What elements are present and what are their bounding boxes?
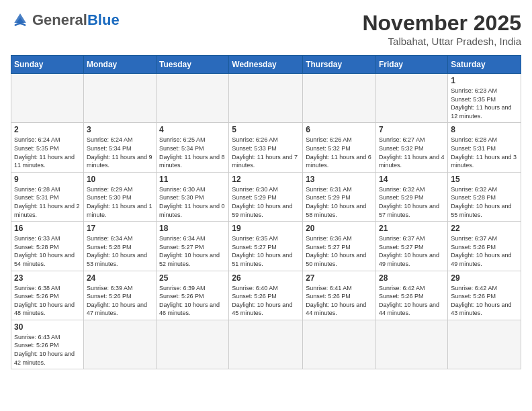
calendar-cell: 4Sunrise: 6:25 AM Sunset: 5:34 PM Daylig… — [157, 123, 229, 172]
calendar-cell — [83, 74, 156, 123]
calendar-cell: 27Sunrise: 6:41 AM Sunset: 5:26 PM Dayli… — [303, 271, 376, 320]
calendar-cell: 11Sunrise: 6:30 AM Sunset: 5:30 PM Dayli… — [157, 172, 229, 221]
weekday-header: Friday — [376, 56, 448, 74]
day-info: Sunrise: 6:28 AM Sunset: 5:31 PM Dayligh… — [14, 185, 81, 219]
calendar-cell — [229, 320, 303, 369]
calendar-cell: 1Sunrise: 6:23 AM Sunset: 5:35 PM Daylig… — [448, 74, 521, 123]
weekday-header-row: SundayMondayTuesdayWednesdayThursdayFrid… — [11, 56, 521, 74]
calendar-cell: 21Sunrise: 6:37 AM Sunset: 5:27 PM Dayli… — [376, 222, 448, 271]
calendar-cell: 2Sunrise: 6:24 AM Sunset: 5:35 PM Daylig… — [11, 123, 84, 172]
calendar-week-row: 16Sunrise: 6:33 AM Sunset: 5:28 PM Dayli… — [11, 222, 521, 271]
logo: GeneralBlue — [11, 11, 120, 30]
calendar-cell: 15Sunrise: 6:32 AM Sunset: 5:28 PM Dayli… — [448, 172, 521, 221]
day-info: Sunrise: 6:41 AM Sunset: 5:26 PM Dayligh… — [306, 284, 373, 318]
calendar-cell — [157, 320, 229, 369]
day-info: Sunrise: 6:24 AM Sunset: 5:35 PM Dayligh… — [14, 136, 81, 169]
day-info: Sunrise: 6:27 AM Sunset: 5:32 PM Dayligh… — [379, 136, 445, 169]
day-info: Sunrise: 6:25 AM Sunset: 5:34 PM Dayligh… — [159, 136, 226, 169]
day-info: Sunrise: 6:35 AM Sunset: 5:27 PM Dayligh… — [232, 234, 300, 268]
calendar-cell: 6Sunrise: 6:26 AM Sunset: 5:32 PM Daylig… — [303, 123, 376, 172]
calendar-cell: 7Sunrise: 6:27 AM Sunset: 5:32 PM Daylig… — [376, 123, 448, 172]
day-info: Sunrise: 6:23 AM Sunset: 5:35 PM Dayligh… — [451, 87, 518, 120]
calendar-cell: 14Sunrise: 6:32 AM Sunset: 5:29 PM Dayli… — [376, 172, 448, 221]
day-info: Sunrise: 6:42 AM Sunset: 5:26 PM Dayligh… — [451, 284, 518, 318]
calendar-cell: 18Sunrise: 6:34 AM Sunset: 5:27 PM Dayli… — [157, 222, 229, 271]
calendar-cell — [157, 74, 229, 123]
calendar-cell: 5Sunrise: 6:26 AM Sunset: 5:33 PM Daylig… — [229, 123, 303, 172]
day-number: 12 — [232, 175, 300, 184]
day-info: Sunrise: 6:26 AM Sunset: 5:33 PM Dayligh… — [232, 136, 300, 169]
logo-general: General — [32, 11, 87, 29]
title-area: November 2025 Talbahat, Uttar Pradesh, I… — [362, 11, 521, 47]
day-number: 1 — [451, 76, 518, 85]
day-info: Sunrise: 6:26 AM Sunset: 5:32 PM Dayligh… — [306, 136, 373, 169]
day-info: Sunrise: 6:32 AM Sunset: 5:28 PM Dayligh… — [451, 185, 518, 219]
calendar: SundayMondayTuesdayWednesdayThursdayFrid… — [11, 55, 521, 369]
calendar-cell — [303, 320, 376, 369]
day-number: 16 — [14, 224, 81, 233]
day-number: 30 — [14, 322, 81, 332]
logo-area: GeneralBlue — [11, 11, 120, 30]
day-info: Sunrise: 6:39 AM Sunset: 5:26 PM Dayligh… — [159, 284, 226, 318]
location: Talbahat, Uttar Pradesh, India — [362, 36, 521, 47]
day-info: Sunrise: 6:31 AM Sunset: 5:29 PM Dayligh… — [306, 185, 373, 219]
calendar-cell: 28Sunrise: 6:42 AM Sunset: 5:26 PM Dayli… — [376, 271, 448, 320]
logo-icon — [11, 11, 30, 30]
calendar-cell: 16Sunrise: 6:33 AM Sunset: 5:28 PM Dayli… — [11, 222, 84, 271]
day-info: Sunrise: 6:43 AM Sunset: 5:26 PM Dayligh… — [14, 333, 81, 367]
day-number: 18 — [159, 224, 226, 233]
calendar-week-row: 2Sunrise: 6:24 AM Sunset: 5:35 PM Daylig… — [11, 123, 521, 172]
day-number: 15 — [451, 175, 518, 184]
day-number: 17 — [87, 224, 153, 233]
calendar-cell: 19Sunrise: 6:35 AM Sunset: 5:27 PM Dayli… — [229, 222, 303, 271]
calendar-cell: 17Sunrise: 6:34 AM Sunset: 5:28 PM Dayli… — [83, 222, 156, 271]
day-number: 22 — [451, 224, 518, 233]
logo-blue: Blue — [87, 11, 120, 29]
day-number: 5 — [232, 125, 300, 134]
calendar-cell — [11, 74, 84, 123]
calendar-week-row: 9Sunrise: 6:28 AM Sunset: 5:31 PM Daylig… — [11, 172, 521, 221]
day-number: 10 — [87, 175, 153, 184]
day-info: Sunrise: 6:39 AM Sunset: 5:26 PM Dayligh… — [87, 284, 153, 318]
calendar-cell: 9Sunrise: 6:28 AM Sunset: 5:31 PM Daylig… — [11, 172, 84, 221]
calendar-week-row: 30Sunrise: 6:43 AM Sunset: 5:26 PM Dayli… — [11, 320, 521, 369]
day-number: 9 — [14, 175, 81, 184]
calendar-cell: 25Sunrise: 6:39 AM Sunset: 5:26 PM Dayli… — [157, 271, 229, 320]
header: GeneralBlue November 2025 Talbahat, Utta… — [11, 11, 521, 47]
month-title: November 2025 — [362, 11, 521, 36]
day-number: 14 — [379, 175, 445, 184]
day-info: Sunrise: 6:32 AM Sunset: 5:29 PM Dayligh… — [379, 185, 445, 219]
day-number: 13 — [306, 175, 373, 184]
calendar-cell: 8Sunrise: 6:28 AM Sunset: 5:31 PM Daylig… — [448, 123, 521, 172]
day-info: Sunrise: 6:36 AM Sunset: 5:27 PM Dayligh… — [306, 234, 373, 268]
calendar-cell: 23Sunrise: 6:38 AM Sunset: 5:26 PM Dayli… — [11, 271, 84, 320]
calendar-cell — [229, 74, 303, 123]
calendar-cell: 20Sunrise: 6:36 AM Sunset: 5:27 PM Dayli… — [303, 222, 376, 271]
day-info: Sunrise: 6:28 AM Sunset: 5:31 PM Dayligh… — [451, 136, 518, 169]
day-number: 20 — [306, 224, 373, 233]
day-info: Sunrise: 6:42 AM Sunset: 5:26 PM Dayligh… — [379, 284, 445, 318]
calendar-cell — [303, 74, 376, 123]
day-info: Sunrise: 6:30 AM Sunset: 5:30 PM Dayligh… — [159, 185, 226, 219]
day-number: 27 — [306, 273, 373, 283]
day-info: Sunrise: 6:37 AM Sunset: 5:27 PM Dayligh… — [379, 234, 445, 268]
calendar-cell: 10Sunrise: 6:29 AM Sunset: 5:30 PM Dayli… — [83, 172, 156, 221]
day-info: Sunrise: 6:38 AM Sunset: 5:26 PM Dayligh… — [14, 284, 81, 318]
weekday-header: Tuesday — [157, 56, 229, 74]
calendar-week-row: 1Sunrise: 6:23 AM Sunset: 5:35 PM Daylig… — [11, 74, 521, 123]
weekday-header: Wednesday — [229, 56, 303, 74]
day-info: Sunrise: 6:29 AM Sunset: 5:30 PM Dayligh… — [87, 185, 153, 219]
day-number: 4 — [159, 125, 226, 134]
day-info: Sunrise: 6:40 AM Sunset: 5:26 PM Dayligh… — [232, 284, 300, 318]
calendar-cell: 29Sunrise: 6:42 AM Sunset: 5:26 PM Dayli… — [448, 271, 521, 320]
day-number: 8 — [451, 125, 518, 134]
weekday-header: Monday — [83, 56, 156, 74]
day-number: 25 — [159, 273, 226, 283]
weekday-header: Thursday — [303, 56, 376, 74]
calendar-cell — [376, 320, 448, 369]
day-number: 7 — [379, 125, 445, 134]
calendar-cell: 13Sunrise: 6:31 AM Sunset: 5:29 PM Dayli… — [303, 172, 376, 221]
calendar-cell: 3Sunrise: 6:24 AM Sunset: 5:34 PM Daylig… — [83, 123, 156, 172]
day-number: 23 — [14, 273, 81, 283]
weekday-header: Sunday — [11, 56, 84, 74]
